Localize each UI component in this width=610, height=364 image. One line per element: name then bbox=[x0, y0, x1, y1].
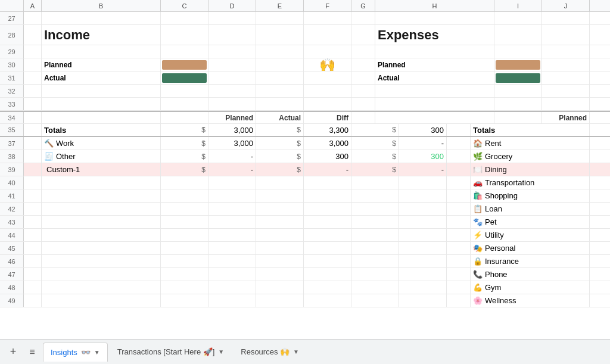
cell-27-h bbox=[375, 12, 494, 24]
cell-38-g bbox=[447, 150, 471, 163]
cell-34-b bbox=[42, 112, 161, 123]
expenses-row-7-name: Utility bbox=[485, 231, 504, 239]
add-sheet-button[interactable]: + bbox=[5, 344, 21, 360]
cell-46-g bbox=[447, 255, 471, 267]
income-actual-col-header: Actual bbox=[279, 114, 301, 122]
cell-32-k bbox=[590, 85, 610, 97]
cell-37-g bbox=[447, 137, 471, 150]
tab-transactions[interactable]: Transactions [Start Here 🚀] ▼ bbox=[110, 343, 232, 362]
cell-44-e2 bbox=[304, 229, 351, 241]
income-diff-header: Diff bbox=[304, 112, 351, 123]
expenses-row-10-name-cell: 📞 Phone bbox=[471, 268, 590, 281]
expenses-row-4-name-cell: 🛍️ Shopping bbox=[471, 189, 590, 202]
sheet-list-button[interactable]: ≡ bbox=[24, 344, 41, 360]
cell-29-a bbox=[24, 45, 42, 58]
expenses-totals-label-cell: Totals bbox=[471, 124, 590, 136]
col-header-g: G bbox=[351, 0, 375, 11]
cell-41-e2 bbox=[304, 189, 351, 202]
cell-44-g bbox=[447, 229, 471, 241]
expenses-row-3-icon: 🚗 bbox=[473, 178, 483, 187]
rownum-32: 32 bbox=[0, 85, 24, 97]
cell-42-f1 bbox=[351, 203, 399, 215]
cell-33-i bbox=[494, 98, 542, 110]
income-totals-dollar1: $ bbox=[161, 124, 208, 136]
cell-47-e2 bbox=[304, 268, 351, 281]
cell-42-f2 bbox=[399, 203, 447, 215]
cell-46-e1 bbox=[256, 255, 304, 267]
expenses-row-10-icon: 📞 bbox=[473, 270, 483, 279]
rownum-44: 44 bbox=[0, 229, 24, 241]
col-header-d: D bbox=[208, 0, 256, 11]
row-46: 46 🔒 Insurance $ 70 $ 110 $ 40 bbox=[0, 255, 610, 268]
row-44: 44 ⚡ Utility $ 90 $ 90 $ - bbox=[0, 229, 610, 242]
cell-40-e2 bbox=[304, 176, 351, 189]
cell-27-c bbox=[161, 12, 208, 24]
income-row-1-actual-dollar: $ bbox=[256, 150, 304, 163]
tab-transactions-dropdown[interactable]: ▼ bbox=[218, 349, 224, 355]
income-title: Income bbox=[44, 27, 90, 43]
rownum-27: 27 bbox=[0, 12, 24, 24]
income-planned-col-header: Planned bbox=[225, 114, 253, 122]
rownum-34: 34 bbox=[0, 112, 24, 123]
cell-49-g bbox=[447, 294, 471, 307]
cell-47-a bbox=[24, 268, 42, 281]
col-header-a: A bbox=[24, 0, 42, 11]
cell-28-i bbox=[494, 25, 542, 45]
cell-33-j bbox=[542, 98, 590, 110]
cell-41-c bbox=[161, 189, 208, 202]
col-header-k: K bbox=[590, 0, 610, 11]
tab-resources-dropdown[interactable]: ▼ bbox=[293, 349, 299, 355]
row-32: 32 bbox=[0, 85, 610, 98]
cell-28-a bbox=[24, 25, 42, 45]
cell-40-e1 bbox=[256, 176, 304, 189]
expenses-row-9-name-cell: 🔒 Insurance bbox=[471, 255, 590, 267]
cell-42-e2 bbox=[304, 203, 351, 215]
rownum-40: 40 bbox=[0, 176, 24, 189]
cell-32-b bbox=[42, 85, 161, 97]
rownum-33: 33 bbox=[0, 98, 24, 110]
expenses-row-1-icon: 🌿 bbox=[473, 152, 483, 161]
cell-41-d bbox=[208, 189, 256, 202]
cell-40-d bbox=[208, 176, 256, 189]
income-bar-icon-cell: 🙌 bbox=[304, 58, 351, 71]
income-planned-header: Planned bbox=[208, 112, 256, 123]
tab-resources[interactable]: Resources 🙌 ▼ bbox=[234, 343, 306, 362]
income-row-0-planned: 3,000 bbox=[208, 137, 256, 150]
cell-38-a bbox=[24, 150, 42, 163]
income-row-2-planned: - bbox=[208, 163, 256, 176]
income-row-2-diff: - bbox=[399, 163, 447, 176]
rownum-38: 38 bbox=[0, 150, 24, 163]
cell-48-e2 bbox=[304, 281, 351, 294]
cell-46-a bbox=[24, 255, 42, 267]
cell-29-b bbox=[42, 45, 161, 58]
expenses-planned-bar bbox=[496, 60, 540, 70]
income-actual-label-cell: Actual bbox=[42, 71, 161, 84]
cell-29-e bbox=[256, 45, 304, 58]
cell-29-f bbox=[304, 45, 351, 58]
cell-33-d bbox=[208, 98, 256, 110]
cell-43-f2 bbox=[399, 216, 447, 228]
cell-40-f2 bbox=[399, 176, 447, 189]
cell-47-d bbox=[208, 268, 256, 281]
income-row-0-actual: 3,000 bbox=[304, 137, 351, 150]
cell-27-j bbox=[542, 12, 590, 24]
cell-45-d bbox=[208, 242, 256, 254]
cell-28-c bbox=[161, 25, 208, 45]
expenses-row-2-planned-dollar: $ bbox=[590, 163, 610, 176]
cell-43-b bbox=[42, 216, 161, 228]
income-row-0-name-cell: 🔨 Work bbox=[42, 137, 161, 150]
cell-32-e bbox=[256, 85, 304, 97]
expenses-actual-header: Actual bbox=[590, 112, 610, 123]
expenses-row-8-name: Personal bbox=[485, 244, 515, 253]
cell-32-g bbox=[351, 85, 375, 97]
tab-insights-dropdown[interactable]: ▼ bbox=[94, 349, 100, 356]
cell-45-e1 bbox=[256, 242, 304, 254]
expenses-row-0-name-cell: 🏠 Rent bbox=[471, 137, 590, 150]
income-totals-dollar2: $ bbox=[256, 124, 304, 136]
tab-transactions-label: Transactions [Start Here 🚀] bbox=[117, 347, 215, 356]
cell-40-g bbox=[447, 176, 471, 189]
cell-29-k bbox=[590, 45, 610, 58]
tab-insights[interactable]: Insights 👓 ▼ bbox=[43, 343, 108, 362]
income-totals-label-cell: Totals bbox=[42, 124, 161, 136]
cell-47-e1 bbox=[256, 268, 304, 281]
